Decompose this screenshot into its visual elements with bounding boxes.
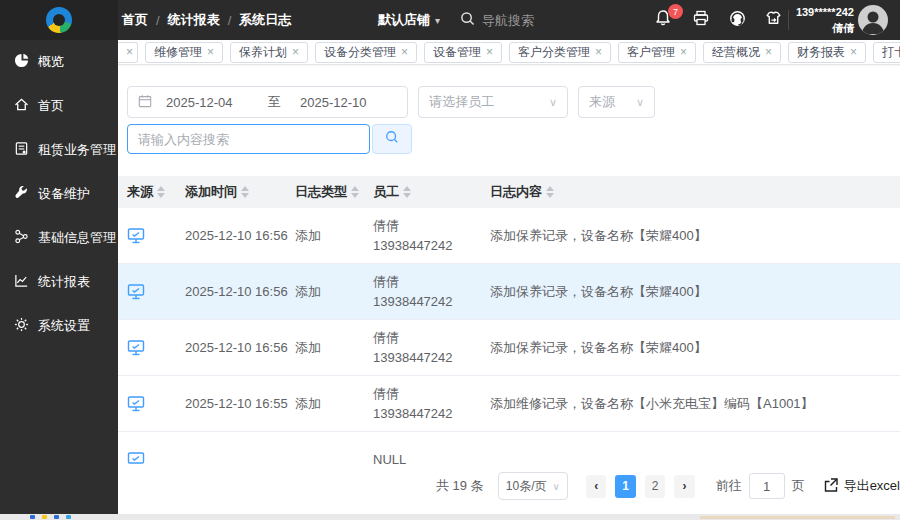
- sort-icon[interactable]: [241, 186, 249, 198]
- cell-type: 添加: [295, 339, 373, 357]
- table-row[interactable]: 2025-12-10 16:56 添加 倩倩13938447242 添加保养记录…: [118, 208, 900, 264]
- export-label: 导出excel: [844, 477, 900, 495]
- cell-employee-phone: 13938447242: [373, 236, 490, 256]
- column-header-employee[interactable]: 员工: [373, 183, 490, 201]
- cell-type: 添加: [295, 395, 373, 413]
- cell-content: 添加保养记录，设备名称【荣耀400】: [490, 339, 900, 357]
- switch-arrows-icon: [764, 9, 783, 32]
- customer-service-button[interactable]: [726, 9, 748, 31]
- cell-type: 添加: [295, 227, 373, 245]
- sort-icon[interactable]: [546, 186, 554, 198]
- cell-time: 2025-12-10 16:56: [185, 228, 295, 243]
- source-select[interactable]: 来源 ∨: [578, 86, 655, 118]
- tab-clipped[interactable]: ×: [118, 42, 138, 63]
- cell-time: 2025-12-10 16:56: [185, 284, 295, 299]
- sort-icon[interactable]: [157, 186, 165, 198]
- chevron-down-icon: ▾: [435, 15, 440, 26]
- date-range-picker[interactable]: 2025-12-04 至 2025-12-10: [127, 86, 408, 118]
- sidebar-item-statistics[interactable]: 统计报表: [0, 260, 118, 304]
- column-header-source[interactable]: 来源: [127, 183, 185, 201]
- close-icon[interactable]: ×: [207, 46, 214, 58]
- export-excel-button[interactable]: 导出excel: [823, 477, 900, 496]
- breadcrumb-home[interactable]: 首页: [122, 11, 148, 29]
- switch-store-button[interactable]: [762, 9, 784, 31]
- taskbar-dot-icon: [42, 515, 47, 519]
- headset-icon: [728, 9, 747, 32]
- sidebar-item-device-maintenance[interactable]: 设备维护: [0, 172, 118, 216]
- print-button[interactable]: [690, 9, 712, 31]
- close-icon[interactable]: ×: [765, 46, 772, 58]
- column-header-content[interactable]: 日志内容: [490, 183, 900, 201]
- table-row[interactable]: 2025-12-10 16:56 添加 倩倩13938447242 添加保养记录…: [118, 320, 900, 376]
- tab-customer-category[interactable]: 客户分类管理×: [509, 42, 611, 63]
- table-row[interactable]: 2025-12-10 16:55 添加 倩倩13938447242 添加维修记录…: [118, 376, 900, 432]
- column-header-time[interactable]: 添加时间: [185, 183, 295, 201]
- sidebar-item-label: 系统设置: [38, 317, 90, 335]
- sidebar-item-label: 统计报表: [38, 273, 90, 291]
- date-start-value[interactable]: 2025-12-04: [166, 95, 254, 110]
- cell-content: 添加维修记录，设备名称【小米充电宝】编码【A1001】: [490, 395, 900, 413]
- tab-device-management[interactable]: 设备管理×: [424, 42, 502, 63]
- tab-repair-management[interactable]: 维修管理×: [145, 42, 223, 63]
- page-button-2[interactable]: 2: [645, 475, 665, 498]
- close-icon[interactable]: ×: [401, 46, 408, 58]
- next-page-button[interactable]: ›: [674, 475, 694, 498]
- close-icon[interactable]: ×: [126, 46, 133, 58]
- column-header-type[interactable]: 日志类型: [295, 183, 373, 201]
- table-row[interactable]: 2025-12-10 16:56 添加 倩倩13938447242 添加保养记录…: [118, 264, 900, 320]
- chevron-down-icon: ∨: [636, 96, 644, 109]
- search-button[interactable]: [372, 124, 412, 154]
- tab-customer-management[interactable]: 客户管理×: [618, 42, 696, 63]
- store-selector[interactable]: 默认店铺 ▾: [378, 0, 440, 40]
- printer-icon: [692, 9, 710, 31]
- cell-employee-name: 倩倩: [373, 216, 490, 236]
- sidebar-item-base-info[interactable]: 基础信息管理: [0, 216, 118, 260]
- breadcrumb-reports[interactable]: 统计报表: [168, 11, 220, 29]
- goto-page-input[interactable]: [749, 473, 785, 499]
- home-icon: [14, 97, 29, 115]
- goto-suffix: 页: [792, 477, 805, 495]
- close-icon[interactable]: ×: [680, 46, 687, 58]
- page-button-1[interactable]: 1: [615, 475, 635, 498]
- sidebar-item-rental-management[interactable]: 租赁业务管理: [0, 128, 118, 172]
- tab-business-overview[interactable]: 经营概况×: [703, 42, 781, 63]
- tab-clock-records[interactable]: 打卡记录×: [873, 42, 900, 63]
- close-icon[interactable]: ×: [292, 46, 299, 58]
- close-icon[interactable]: ×: [595, 46, 602, 58]
- prev-page-button[interactable]: ‹: [586, 475, 606, 498]
- nav-search-input[interactable]: [482, 13, 592, 28]
- employee-select[interactable]: 请选择员工 ∨: [418, 86, 568, 118]
- sidebar-item-label: 基础信息管理: [38, 229, 116, 247]
- sidebar-item-settings[interactable]: 系统设置: [0, 304, 118, 348]
- taskbar-dot-icon: [54, 515, 59, 519]
- taskbar-dot-icon: [30, 515, 35, 519]
- sidebar-item-home[interactable]: 首页: [0, 84, 118, 128]
- notification-bell-button[interactable]: 7: [652, 9, 674, 31]
- page-size-select[interactable]: 10条/页 ∨: [498, 472, 568, 500]
- cell-employee-name: 倩倩: [373, 272, 490, 292]
- chevron-down-icon: ∨: [549, 96, 557, 109]
- date-end-value[interactable]: 2025-12-10: [294, 95, 382, 110]
- pc-monitor-icon: [127, 283, 185, 301]
- sidebar-item-overview[interactable]: 概览: [0, 40, 118, 84]
- goto-label: 前往: [716, 477, 742, 495]
- cell-employee-phone: 13938447242: [373, 404, 490, 424]
- avatar[interactable]: [858, 5, 888, 35]
- sort-icon[interactable]: [403, 186, 411, 198]
- cell-employee-name: NULL: [373, 450, 490, 470]
- content-search-input[interactable]: [127, 124, 370, 154]
- close-icon[interactable]: ×: [850, 46, 857, 58]
- user-phone: 139*****242: [792, 4, 854, 20]
- sidebar-item-label: 租赁业务管理: [38, 141, 116, 159]
- notification-badge: 7: [668, 4, 683, 19]
- tab-finance-report[interactable]: 财务报表×: [788, 42, 866, 63]
- main-content: × 维修管理× 保养计划× 设备分类管理× 设备管理× 客户分类管理× 客户管理…: [118, 40, 900, 514]
- log-table: 来源 添加时间 日志类型 员工 日志内容 2025-12-10 16:56 添加…: [118, 176, 900, 488]
- tab-maintenance-plan[interactable]: 保养计划×: [230, 42, 308, 63]
- tab-device-category[interactable]: 设备分类管理×: [315, 42, 417, 63]
- logo-block[interactable]: [0, 0, 118, 40]
- close-icon[interactable]: ×: [486, 46, 493, 58]
- user-info[interactable]: 139*****242 倩倩: [792, 4, 854, 36]
- sort-icon[interactable]: [351, 186, 359, 198]
- pc-monitor-icon: [127, 227, 185, 245]
